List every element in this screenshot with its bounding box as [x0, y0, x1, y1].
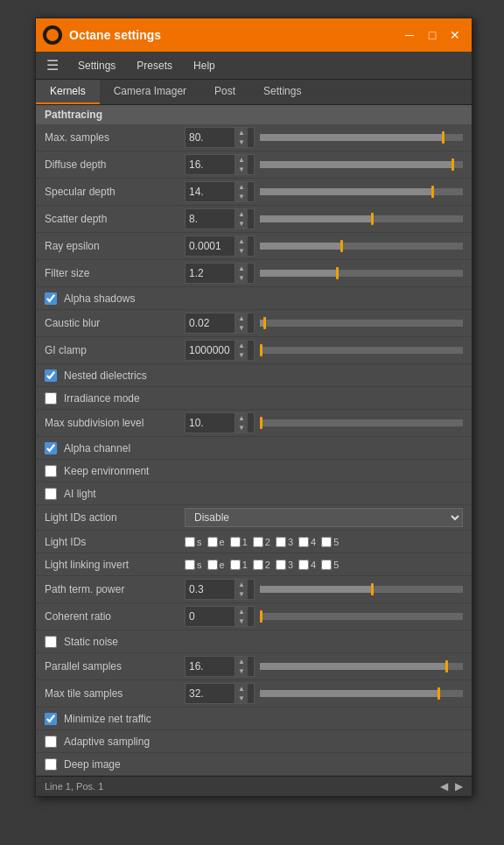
checkbox-alpha-channel[interactable] [45, 442, 57, 454]
spinbox-up-scatter-depth[interactable]: ▲ [235, 209, 248, 219]
checkbox-light-id-s[interactable] [185, 537, 195, 547]
spinbox-down-gi-clamp[interactable]: ▼ [235, 350, 248, 360]
checkbox-deep-image[interactable] [45, 758, 57, 771]
tab-settings[interactable]: Settings [249, 80, 315, 104]
spinbox-down-specular-depth[interactable]: ▼ [235, 192, 248, 201]
slider-gi-clamp[interactable] [260, 347, 463, 354]
checkbox-light-id-2[interactable] [253, 537, 263, 547]
spinbox-up-parallel-samples[interactable]: ▲ [235, 657, 248, 666]
label-keep-environment[interactable]: Keep environment [64, 465, 149, 477]
tab-camera-imager[interactable]: Camera Imager [100, 80, 200, 104]
label-alpha-shadows[interactable]: Alpha shadows [64, 292, 135, 305]
spinbox-up-filter-size[interactable]: ▲ [235, 264, 248, 273]
spinbox-down-max-subdivision[interactable]: ▼ [235, 423, 248, 433]
spinbox-up-path-term-power[interactable]: ▲ [235, 580, 248, 589]
hamburger-button[interactable]: ☰ [43, 55, 62, 75]
checkbox-light-id-3[interactable] [276, 537, 286, 547]
checkbox-adaptive-sampling[interactable] [45, 736, 57, 748]
checkbox-lli-2[interactable] [253, 560, 263, 570]
checkbox-lli-s[interactable] [185, 560, 195, 570]
spinbox-down-path-term-power[interactable]: ▼ [235, 589, 248, 599]
checkbox-lli-4[interactable] [298, 560, 309, 570]
spinbox-max-tile-samples[interactable]: ▲ ▼ [185, 683, 255, 704]
label-deep-image[interactable]: Deep image [64, 758, 121, 771]
input-filter-size[interactable] [186, 265, 234, 281]
input-specular-depth[interactable] [186, 184, 234, 200]
slider-scatter-depth[interactable] [260, 215, 463, 222]
spinbox-down-coherent-ratio[interactable]: ▼ [235, 616, 248, 626]
spinbox-specular-depth[interactable]: ▲ ▼ [185, 181, 255, 202]
spinbox-up-diffuse-depth[interactable]: ▲ [235, 155, 248, 165]
close-button[interactable]: ✕ [445, 25, 465, 45]
spinbox-caustic-blur[interactable]: ▲ ▼ [185, 313, 255, 334]
checkbox-ai-light[interactable] [45, 488, 57, 500]
menu-presets[interactable]: Presets [131, 58, 178, 74]
spinbox-down-filter-size[interactable]: ▼ [235, 273, 248, 283]
input-coherent-ratio[interactable] [186, 609, 234, 624]
slider-max-samples[interactable] [260, 134, 463, 141]
slider-caustic-blur[interactable] [260, 320, 463, 327]
minimize-button[interactable]: ─ [400, 25, 419, 45]
spinbox-up-caustic-blur[interactable]: ▲ [235, 313, 248, 323]
slider-filter-size[interactable] [260, 270, 463, 277]
spinbox-up-gi-clamp[interactable]: ▲ [235, 341, 248, 350]
label-minimize-net-traffic[interactable]: Minimize net traffic [64, 713, 151, 725]
input-path-term-power[interactable] [186, 581, 234, 597]
checkbox-alpha-shadows[interactable] [45, 292, 57, 305]
checkbox-lli-3[interactable] [276, 560, 286, 570]
checkbox-lli-1[interactable] [230, 560, 241, 570]
tab-post[interactable]: Post [200, 80, 249, 104]
spinbox-down-scatter-depth[interactable]: ▼ [235, 219, 248, 229]
tab-kernels[interactable]: Kernels [36, 80, 100, 104]
spinbox-up-max-subdivision[interactable]: ▲ [235, 413, 248, 423]
label-adaptive-sampling[interactable]: Adaptive sampling [64, 736, 150, 748]
input-max-subdivision[interactable] [186, 415, 234, 431]
input-scatter-depth[interactable] [186, 211, 234, 227]
label-static-noise[interactable]: Static noise [64, 636, 118, 648]
dropdown-light-ids-action[interactable]: Disable Enable [185, 508, 463, 527]
checkbox-static-noise[interactable] [45, 636, 57, 648]
checkbox-nested-dielectrics[interactable] [45, 370, 57, 382]
input-max-tile-samples[interactable] [186, 686, 234, 701]
slider-specular-depth[interactable] [260, 188, 463, 195]
spinbox-down-diffuse-depth[interactable]: ▼ [235, 165, 248, 174]
label-nested-dielectrics[interactable]: Nested dielectrics [64, 370, 147, 382]
spinbox-scatter-depth[interactable]: ▲ ▼ [185, 208, 255, 229]
spinbox-up-ray-epsilon[interactable]: ▲ [235, 236, 248, 246]
scroll-right-icon[interactable]: ▶ [455, 780, 463, 792]
checkbox-minimize-net-traffic[interactable] [45, 713, 57, 725]
spinbox-max-subdivision[interactable]: ▲ ▼ [185, 412, 255, 433]
slider-max-subdivision[interactable] [260, 419, 463, 426]
spinbox-up-coherent-ratio[interactable]: ▲ [235, 607, 248, 616]
spinbox-down-max-samples[interactable]: ▼ [235, 137, 248, 147]
input-max-samples[interactable] [186, 130, 234, 145]
spinbox-coherent-ratio[interactable]: ▲ ▼ [185, 606, 255, 627]
checkbox-light-id-4[interactable] [298, 537, 309, 547]
spinbox-down-ray-epsilon[interactable]: ▼ [235, 246, 248, 256]
spinbox-up-specular-depth[interactable]: ▲ [235, 182, 248, 192]
spinbox-parallel-samples[interactable]: ▲ ▼ [185, 656, 255, 677]
slider-ray-epsilon[interactable] [260, 243, 463, 250]
checkbox-light-id-1[interactable] [230, 537, 241, 547]
slider-diffuse-depth[interactable] [260, 161, 463, 168]
maximize-button[interactable]: □ [423, 25, 442, 45]
slider-path-term-power[interactable] [260, 586, 463, 593]
input-gi-clamp[interactable] [186, 342, 234, 358]
spinbox-path-term-power[interactable]: ▲ ▼ [185, 579, 255, 600]
spinbox-down-parallel-samples[interactable]: ▼ [235, 666, 248, 676]
checkbox-irradiance-mode[interactable] [45, 392, 57, 405]
checkbox-keep-environment[interactable] [45, 465, 57, 477]
input-parallel-samples[interactable] [186, 658, 234, 674]
slider-parallel-samples[interactable] [260, 663, 463, 670]
label-ai-light[interactable]: AI light [64, 488, 96, 500]
checkbox-light-id-e[interactable] [207, 537, 218, 547]
input-diffuse-depth[interactable] [186, 157, 234, 173]
spinbox-ray-epsilon[interactable]: ▲ ▼ [185, 236, 255, 257]
label-irradiance-mode[interactable]: Irradiance mode [64, 392, 140, 405]
checkbox-lli-e[interactable] [207, 560, 218, 570]
menu-settings[interactable]: Settings [73, 58, 121, 74]
slider-max-tile-samples[interactable] [260, 690, 463, 697]
spinbox-filter-size[interactable]: ▲ ▼ [185, 263, 255, 284]
spinbox-diffuse-depth[interactable]: ▲ ▼ [185, 154, 255, 175]
menu-help[interactable]: Help [188, 58, 220, 74]
